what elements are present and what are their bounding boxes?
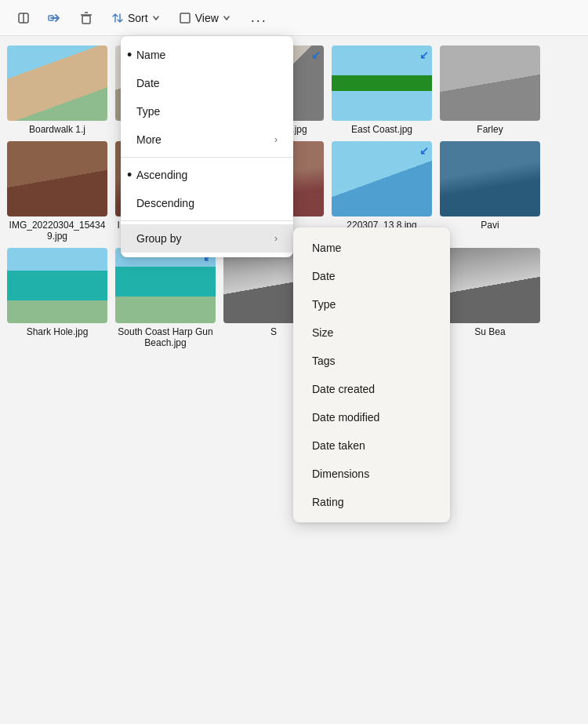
view-icon	[179, 12, 191, 24]
groupby-item-dimensions[interactable]: Dimensions	[293, 460, 450, 488]
photo-label-pavi: Pavi	[481, 220, 499, 231]
photo-label-su: Su Bea	[474, 326, 505, 337]
sort-button[interactable]: Sort	[103, 8, 168, 28]
pin-icon-button[interactable]	[9, 4, 38, 32]
sort-more-label: More	[136, 133, 162, 146]
groupby-submenu: NameDateTypeSizeTagsDate createdDate mod…	[293, 227, 450, 522]
photo-item-eastcoast[interactable]: ↙East Coast.jpg	[331, 45, 433, 135]
sort-divider-2	[121, 220, 293, 221]
delete-icon-button[interactable]	[72, 4, 100, 32]
photo-thumb-eastcoast: ↙	[332, 45, 432, 121]
photo-item-boardwalk1[interactable]: Boardwalk 1.j	[6, 45, 108, 135]
svg-rect-3	[82, 16, 90, 24]
view-chevron-icon	[223, 14, 230, 22]
photo-thumb-southcoast: ↙	[115, 248, 216, 323]
photo-label-farley: Farley	[477, 124, 503, 135]
photo-thumb-farley	[440, 45, 540, 121]
sort-date-item[interactable]: Date	[121, 69, 293, 97]
groupby-item-type[interactable]: Type	[293, 290, 450, 318]
sort-name-label: Name	[136, 49, 165, 61]
sort-divider-1	[121, 157, 293, 158]
photo-label-s: S	[270, 326, 277, 337]
sort-descending-item[interactable]: Descending	[121, 189, 293, 217]
sort-groupby-chevron-icon: ›	[274, 233, 278, 244]
photo-thumb-boardwalk1	[7, 45, 107, 121]
blue-arrow-icon-boardwalk3: ↙	[311, 49, 321, 61]
sort-more-chevron-icon: ›	[274, 134, 278, 145]
photo-item-pavi[interactable]: Pavi	[439, 141, 541, 242]
photo-item-sharkhole[interactable]: Shark Hole.jpg	[6, 248, 108, 348]
groupby-item-date_taken[interactable]: Date taken	[293, 431, 450, 460]
photo-label-img1: IMG_20220304_154349.jpg	[7, 220, 107, 242]
view-label: View	[195, 12, 219, 24]
photo-item-img1[interactable]: IMG_20220304_154349.jpg	[6, 141, 108, 242]
photo-item-img4[interactable]: ↙220307_13 8.jpg	[331, 141, 433, 242]
photo-item-southcoast[interactable]: ↙South Coast Harp Gun Beach.jpg	[114, 248, 216, 348]
more-options-button[interactable]: ...	[245, 5, 274, 30]
photo-thumb-img1	[7, 141, 107, 216]
blue-arrow-icon-eastcoast: ↙	[419, 49, 429, 61]
photo-thumb-su	[440, 248, 540, 323]
sort-more-item[interactable]: More ›	[121, 126, 293, 154]
toolbar: Sort View ...	[0, 0, 588, 36]
sort-type-label: Type	[136, 105, 160, 118]
sort-dropdown: Name Date Type More › Ascending Descendi…	[121, 36, 293, 257]
photo-label-southcoast: South Coast Harp Gun Beach.jpg	[115, 326, 216, 348]
groupby-item-date_created[interactable]: Date created	[293, 375, 450, 403]
photo-item-su[interactable]: Su Bea	[439, 248, 541, 348]
photo-label-eastcoast: East Coast.jpg	[351, 124, 412, 135]
sort-name-item[interactable]: Name	[121, 41, 293, 69]
sort-ascending-item[interactable]: Ascending	[121, 161, 293, 189]
photo-label-boardwalk1: Boardwalk 1.j	[29, 124, 85, 135]
photo-item-farley[interactable]: Farley	[439, 45, 541, 135]
sort-date-label: Date	[136, 77, 160, 89]
photo-thumb-pavi	[440, 141, 540, 216]
sort-groupby-item[interactable]: Group by ›	[121, 224, 293, 253]
sort-label: Sort	[128, 12, 148, 24]
groupby-item-rating[interactable]: Rating	[293, 488, 450, 516]
groupby-item-name[interactable]: Name	[293, 234, 450, 262]
blue-arrow-icon-img4: ↙	[419, 144, 429, 157]
svg-rect-6	[180, 13, 190, 23]
groupby-item-date_modified[interactable]: Date modified	[293, 403, 450, 431]
sort-chevron-icon	[152, 14, 160, 22]
groupby-item-size[interactable]: Size	[293, 318, 450, 347]
photo-thumb-img4: ↙	[332, 141, 432, 216]
photo-label-sharkhole: Shark Hole.jpg	[27, 326, 89, 337]
share-icon-button[interactable]	[41, 4, 69, 32]
sort-ascending-label: Ascending	[136, 169, 187, 181]
groupby-item-tags[interactable]: Tags	[293, 347, 450, 375]
view-button[interactable]: View	[171, 8, 238, 28]
groupby-item-date[interactable]: Date	[293, 262, 450, 290]
sort-descending-label: Descending	[136, 197, 194, 209]
photo-thumb-sharkhole	[7, 248, 107, 323]
sort-groupby-label: Group by	[136, 232, 182, 245]
sort-type-item[interactable]: Type	[121, 97, 293, 126]
